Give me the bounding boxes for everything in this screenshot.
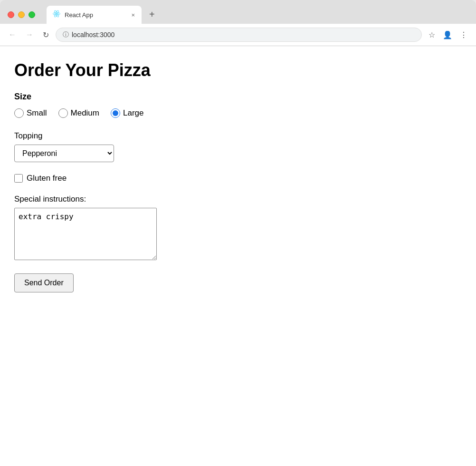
gluten-free-checkbox[interactable] [14, 174, 23, 183]
size-medium-option[interactable]: Medium [58, 108, 99, 118]
nav-bar: ← → ↻ ⓘ localhost:3000 ☆ 👤 ⋮ [0, 24, 476, 46]
new-tab-button[interactable]: + [145, 9, 159, 24]
tab-close-button[interactable]: × [130, 11, 136, 19]
size-small-label: Small [27, 108, 47, 118]
address-bar[interactable]: ⓘ localhost:3000 [56, 28, 422, 42]
security-icon: ⓘ [63, 30, 69, 39]
active-tab[interactable]: React App × [47, 6, 142, 24]
back-button[interactable]: ← [6, 29, 19, 41]
size-small-radio[interactable] [14, 108, 24, 118]
browser-chrome: React App × + ← → ↻ ⓘ localhost:3000 ☆ 👤… [0, 0, 476, 46]
menu-button[interactable]: ⋮ [457, 29, 470, 41]
page-content: Order Your Pizza Size Small Medium Large… [0, 46, 476, 466]
size-medium-label: Medium [71, 108, 99, 118]
special-instructions-label: Special instructions: [14, 194, 462, 204]
traffic-lights [8, 11, 35, 18]
nav-right-buttons: ☆ 👤 ⋮ [426, 29, 470, 41]
bookmark-button[interactable]: ☆ [426, 29, 438, 41]
size-label: Size [14, 92, 462, 102]
react-icon [52, 10, 61, 20]
gluten-free-label: Gluten free [27, 174, 67, 183]
close-window-button[interactable] [8, 11, 14, 18]
maximize-window-button[interactable] [29, 11, 35, 18]
profile-button[interactable]: 👤 [440, 29, 455, 41]
size-large-label: Large [123, 108, 143, 118]
page-title: Order Your Pizza [14, 60, 462, 80]
gluten-free-option[interactable]: Gluten free [14, 174, 462, 183]
address-text: localhost:3000 [72, 31, 415, 39]
size-large-radio[interactable] [111, 108, 120, 118]
tab-bar: React App × + [47, 6, 159, 24]
size-radio-group: Small Medium Large [14, 108, 462, 118]
send-order-button[interactable]: Send Order [14, 273, 74, 292]
size-medium-radio[interactable] [58, 108, 68, 118]
svg-point-0 [56, 13, 57, 15]
topping-select[interactable]: Pepperoni Mushrooms Onions Sausage Bacon… [14, 145, 114, 162]
topping-label: Topping [14, 131, 462, 141]
title-bar: React App × + [0, 0, 476, 24]
forward-button[interactable]: → [23, 29, 36, 41]
special-instructions-textarea[interactable]: extra crispy [14, 208, 157, 260]
size-small-option[interactable]: Small [14, 108, 47, 118]
reload-button[interactable]: ↻ [40, 29, 52, 41]
size-large-option[interactable]: Large [111, 108, 143, 118]
tab-title: React App [65, 11, 126, 19]
minimize-window-button[interactable] [18, 11, 25, 18]
